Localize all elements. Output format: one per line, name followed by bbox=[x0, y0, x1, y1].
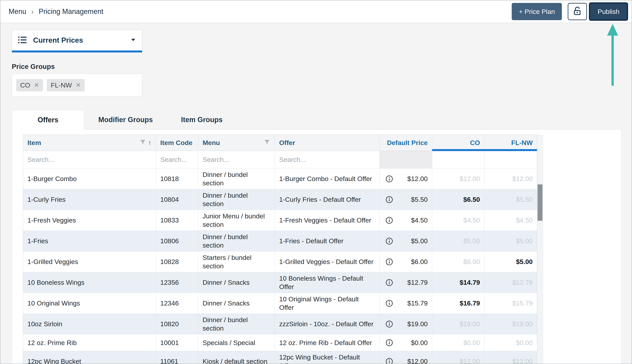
default-price-cell: $12.79 bbox=[380, 272, 432, 293]
table-row[interactable]: 12 oz. Prime Rib 10001 Specials / Specia… bbox=[23, 334, 537, 351]
table-row[interactable]: 12pc Wing Bucket 11061 Kiosk / default s… bbox=[23, 351, 537, 364]
flnw-price-cell[interactable]: $0.00 bbox=[484, 334, 537, 351]
default-price-cell: $4.50 bbox=[380, 210, 432, 231]
breadcrumb-separator-icon: › bbox=[31, 7, 34, 16]
offer-cell: 12pc Wing Bucket - Default Offer bbox=[275, 351, 380, 364]
co-price-cell[interactable]: $16.79 bbox=[432, 293, 484, 314]
header-actions: + Price Plan Publish bbox=[512, 2, 628, 21]
tab-item-groups[interactable]: Item Groups bbox=[167, 110, 237, 130]
flnw-price-cell[interactable]: $12.79 bbox=[484, 272, 537, 293]
filter-icon[interactable] bbox=[264, 139, 270, 147]
info-icon[interactable] bbox=[386, 358, 393, 364]
menu-cell: Junior Menu / bundel section bbox=[198, 210, 275, 231]
publish-arrow-annotation bbox=[604, 24, 621, 86]
menu-cell: Starters / bundel section bbox=[198, 252, 275, 272]
flnw-price-cell[interactable]: $4.50 bbox=[484, 210, 537, 231]
price-group-chip: CO ✕ bbox=[16, 79, 43, 92]
menu-cell: Kiosk / default section bbox=[198, 351, 275, 364]
co-price-cell[interactable]: $14.79 bbox=[432, 272, 484, 293]
default-price-value: $5.50 bbox=[411, 195, 428, 204]
flnw-price-cell[interactable]: $12.00 bbox=[484, 351, 537, 364]
co-price-cell[interactable]: $19.00 bbox=[432, 314, 484, 334]
info-icon[interactable] bbox=[386, 196, 393, 203]
menu-cell: Dinner / bundel section bbox=[198, 189, 275, 210]
item-code-search-input[interactable] bbox=[156, 156, 198, 164]
co-price-cell[interactable]: $4.50 bbox=[432, 210, 484, 231]
column-header-co[interactable]: CO bbox=[432, 135, 484, 151]
column-header-item[interactable]: Item ↑ bbox=[23, 135, 156, 151]
default-price-cell: $5.50 bbox=[380, 189, 432, 210]
sort-ascending-icon[interactable]: ↑ bbox=[148, 139, 151, 146]
column-header-item-code[interactable]: Item Code bbox=[156, 135, 198, 151]
info-icon[interactable] bbox=[386, 217, 393, 224]
table-row[interactable]: 1-Grilled Veggies 10828 Starters / bunde… bbox=[23, 252, 537, 272]
price-groups-box[interactable]: CO ✕ FL-NW ✕ bbox=[12, 74, 142, 97]
offer-cell: zzzSirloin - 10oz. - Default Offer bbox=[275, 314, 380, 334]
item-cell: 12pc Wing Bucket bbox=[23, 351, 156, 364]
breadcrumb-menu[interactable]: Menu bbox=[9, 8, 26, 16]
default-price-value: $0.00 bbox=[411, 338, 428, 347]
item-cell: 10oz Sirloin bbox=[23, 314, 156, 334]
info-icon[interactable] bbox=[386, 258, 393, 266]
offer-search-input[interactable] bbox=[275, 156, 380, 164]
flnw-price-cell[interactable]: $5.00 bbox=[484, 252, 537, 272]
flnw-filter-cell bbox=[484, 151, 537, 168]
table-row[interactable]: 10 Original Wings 12346 Dinner / Snacks … bbox=[23, 293, 537, 314]
default-price-cell: $12.00 bbox=[380, 168, 432, 189]
view-selector-dropdown[interactable]: Current Prices bbox=[12, 30, 142, 52]
co-price-cell[interactable]: $12.00 bbox=[432, 351, 484, 364]
flnw-price-cell[interactable]: $5.00 bbox=[484, 231, 537, 252]
tab-modifier-groups[interactable]: Modifier Groups bbox=[84, 110, 167, 130]
table-row[interactable]: 10oz Sirloin 10820 Dinner / bundel secti… bbox=[23, 314, 537, 334]
table-row[interactable]: 1-Burger Combo 10818 Dinner / bundel sec… bbox=[23, 168, 537, 189]
item-code-cell: 11061 bbox=[156, 351, 198, 364]
breadcrumb: Menu › Pricing Management bbox=[9, 8, 103, 16]
column-header-offer[interactable]: Offer bbox=[275, 135, 380, 151]
tab-bar: Offers Modifier Groups Item Groups bbox=[12, 110, 237, 130]
co-price-cell[interactable]: $6.50 bbox=[432, 189, 484, 210]
co-price-cell[interactable]: $12.00 bbox=[432, 168, 484, 189]
filter-icon[interactable] bbox=[140, 139, 146, 147]
breadcrumb-current: Pricing Management bbox=[39, 8, 103, 16]
flnw-price-cell[interactable]: $15.79 bbox=[484, 293, 537, 314]
default-price-value: $6.00 bbox=[411, 258, 428, 266]
item-code-cell: 10001 bbox=[156, 334, 198, 351]
remove-chip-icon[interactable]: ✕ bbox=[34, 82, 39, 88]
info-icon[interactable] bbox=[386, 279, 393, 286]
tab-offers[interactable]: Offers bbox=[12, 110, 84, 130]
scrollbar-thumb[interactable] bbox=[538, 184, 542, 221]
default-price-value: $12.79 bbox=[407, 278, 428, 287]
co-price-cell[interactable]: $5.00 bbox=[432, 231, 484, 252]
item-cell: 10 Original Wings bbox=[23, 293, 156, 314]
column-header-default-price[interactable]: Default Price bbox=[380, 135, 432, 151]
publish-button[interactable]: Publish bbox=[589, 2, 628, 21]
table-row[interactable]: 1-Fresh Veggies 10833 Junior Menu / bund… bbox=[23, 210, 537, 231]
unlock-button[interactable] bbox=[568, 3, 587, 20]
remove-chip-icon[interactable]: ✕ bbox=[76, 82, 81, 88]
menu-search-input[interactable] bbox=[198, 156, 275, 164]
table-row[interactable]: 10 Boneless Wings 12356 Dinner / Snacks … bbox=[23, 272, 537, 293]
item-code-cell: 10833 bbox=[156, 210, 198, 231]
info-icon[interactable] bbox=[386, 320, 393, 328]
column-header-menu[interactable]: Menu bbox=[198, 135, 275, 151]
item-search-input[interactable] bbox=[23, 156, 156, 164]
table-row[interactable]: 1-Curly Fries 10804 Dinner / bundel sect… bbox=[23, 189, 537, 210]
flnw-price-cell[interactable]: $5.50 bbox=[484, 189, 537, 210]
item-code-cell: 10820 bbox=[156, 314, 198, 334]
info-icon[interactable] bbox=[386, 238, 393, 245]
co-price-cell[interactable]: $0.00 bbox=[432, 334, 484, 351]
vertical-scrollbar[interactable] bbox=[537, 135, 543, 364]
flnw-price-cell[interactable]: $19.00 bbox=[484, 314, 537, 334]
top-bar: Menu › Pricing Management + Price Plan P… bbox=[1, 0, 631, 23]
column-header-flnw[interactable]: FL-NW bbox=[484, 135, 537, 151]
co-price-cell[interactable]: $6.00 bbox=[432, 252, 484, 272]
info-icon[interactable] bbox=[386, 339, 393, 346]
default-price-cell: $19.00 bbox=[380, 314, 432, 334]
info-icon[interactable] bbox=[386, 300, 393, 307]
table-row[interactable]: 1-Fries 10806 Dinner / bundel section 1-… bbox=[23, 231, 537, 252]
info-icon[interactable] bbox=[386, 175, 393, 182]
item-code-cell: 10804 bbox=[156, 189, 198, 210]
flnw-price-cell[interactable]: $12.00 bbox=[484, 168, 537, 189]
price-plan-button[interactable]: + Price Plan bbox=[512, 3, 562, 20]
item-cell: 1-Burger Combo bbox=[23, 168, 156, 189]
